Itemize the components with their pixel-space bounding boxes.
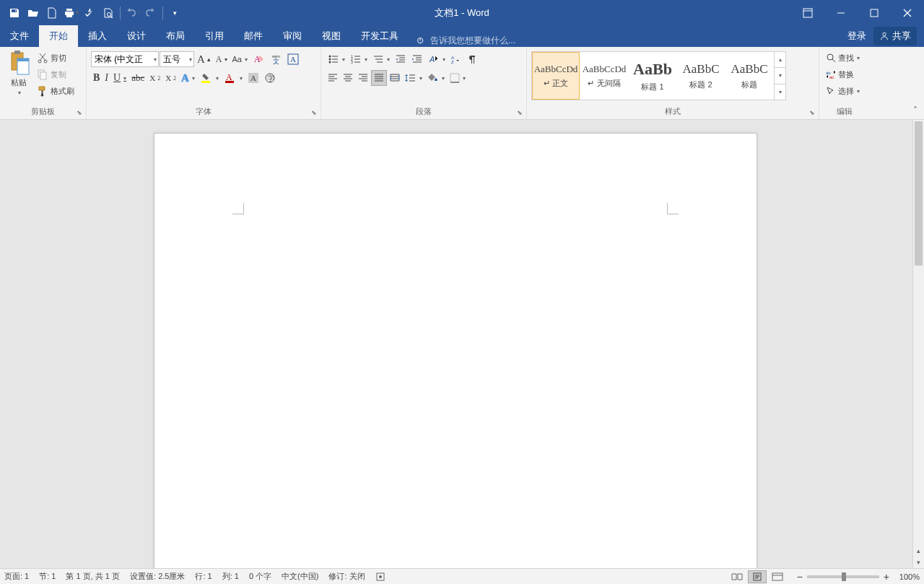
superscript-icon[interactable]: X2 bbox=[163, 70, 178, 86]
bold-icon[interactable]: B bbox=[91, 70, 102, 86]
status-line[interactable]: 行: 1 bbox=[195, 571, 212, 582]
underline-icon[interactable]: U▾ bbox=[111, 70, 128, 86]
tab-view[interactable]: 视图 bbox=[312, 25, 351, 47]
styles-dialog-launcher-icon[interactable]: ⬊ bbox=[807, 108, 817, 118]
align-center-icon[interactable] bbox=[341, 70, 355, 86]
preview-icon[interactable] bbox=[100, 4, 117, 22]
tab-insert[interactable]: 插入 bbox=[78, 25, 117, 47]
web-layout-icon[interactable] bbox=[768, 570, 787, 583]
show-marks-icon[interactable] bbox=[465, 51, 479, 67]
shading-icon[interactable]: ▾ bbox=[425, 70, 447, 86]
format-painter-button[interactable]: 格式刷 bbox=[35, 83, 77, 99]
enclose-char-icon[interactable]: 字 bbox=[262, 70, 278, 86]
justify-icon[interactable] bbox=[371, 70, 387, 86]
strikethrough-icon[interactable]: abc bbox=[129, 70, 147, 86]
italic-icon[interactable]: I bbox=[103, 70, 110, 86]
status-track[interactable]: 修订: 关闭 bbox=[328, 571, 365, 582]
undo-icon[interactable]: ▾ bbox=[123, 4, 141, 22]
char-shading-icon[interactable]: A bbox=[245, 70, 261, 86]
select-button[interactable]: 选择▾ bbox=[824, 83, 862, 99]
font-name-combo[interactable]: 宋体 (中文正▾ bbox=[91, 51, 159, 67]
tab-home[interactable]: 开始 bbox=[39, 25, 78, 47]
document-workspace[interactable] bbox=[0, 120, 912, 568]
minimize-icon[interactable] bbox=[824, 0, 858, 25]
save-icon[interactable] bbox=[6, 4, 23, 22]
clipboard-dialog-launcher-icon[interactable]: ⬊ bbox=[74, 108, 84, 118]
style-item[interactable]: AaBbC标题 bbox=[725, 52, 773, 100]
borders-icon[interactable]: ▾ bbox=[448, 70, 468, 86]
style-scroll-icon[interactable]: ▴ bbox=[775, 52, 785, 68]
style-item[interactable]: AaBb标题 1 bbox=[629, 52, 676, 100]
tell-me-search[interactable]: 告诉我您想要做什么... bbox=[416, 35, 515, 47]
subscript-icon[interactable]: X2 bbox=[147, 70, 162, 86]
status-pages[interactable]: 第 1 页, 共 1 页 bbox=[66, 571, 120, 582]
print-icon[interactable]: ▾ bbox=[62, 4, 79, 22]
tab-file[interactable]: 文件 bbox=[0, 25, 39, 47]
phonetic-guide-icon[interactable]: wén文 bbox=[269, 51, 284, 67]
text-effects-icon[interactable]: A▾ bbox=[179, 70, 197, 86]
replace-button[interactable]: abac替换 bbox=[824, 66, 856, 82]
status-page[interactable]: 页面: 1 bbox=[4, 571, 29, 582]
style-item[interactable]: AaBbCcDd↵ 正文 bbox=[532, 52, 580, 100]
tab-developer[interactable]: 开发工具 bbox=[351, 25, 409, 47]
paragraph-dialog-launcher-icon[interactable]: ⬊ bbox=[515, 108, 525, 118]
align-left-icon[interactable] bbox=[326, 70, 340, 86]
zoom-out-icon[interactable]: − bbox=[797, 571, 803, 583]
font-size-combo[interactable]: 五号▾ bbox=[160, 51, 194, 67]
copy-button[interactable]: 复制 bbox=[35, 66, 77, 82]
status-col[interactable]: 列: 1 bbox=[222, 571, 239, 582]
share-button[interactable]: 共享 bbox=[873, 27, 917, 45]
asian-layout-icon[interactable]: A▾ bbox=[426, 51, 448, 67]
status-words[interactable]: 0 个字 bbox=[249, 571, 271, 582]
distribute-icon[interactable] bbox=[388, 70, 402, 86]
char-border-icon[interactable]: A bbox=[285, 51, 301, 67]
find-button[interactable]: 查找▾ bbox=[824, 50, 862, 66]
zoom-slider[interactable] bbox=[807, 575, 879, 578]
status-position[interactable]: 设置值: 2.5厘米 bbox=[130, 571, 185, 582]
change-case-icon[interactable]: Aa▾ bbox=[230, 51, 250, 67]
open-icon[interactable] bbox=[25, 4, 42, 22]
clear-format-icon[interactable]: A bbox=[250, 51, 268, 67]
new-icon[interactable] bbox=[43, 4, 61, 22]
style-item[interactable]: AaBbCcDd↵ 无间隔 bbox=[580, 52, 628, 100]
document-page[interactable] bbox=[154, 133, 757, 568]
signin-button[interactable]: 登录 bbox=[847, 30, 866, 43]
increase-indent-icon[interactable] bbox=[409, 51, 425, 67]
font-color-icon[interactable]: A▾ bbox=[222, 70, 245, 86]
spellcheck-icon[interactable] bbox=[81, 4, 98, 22]
font-dialog-launcher-icon[interactable]: ⬊ bbox=[309, 108, 319, 118]
style-item[interactable]: AaBbC标题 2 bbox=[677, 52, 725, 100]
macro-record-icon[interactable] bbox=[375, 572, 385, 582]
shrink-font-icon[interactable]: A▾ bbox=[214, 51, 230, 67]
qat-customize-icon[interactable]: ▾ bbox=[166, 4, 183, 22]
scrollbar-thumb[interactable] bbox=[915, 121, 923, 266]
multilevel-list-icon[interactable]: ▾ bbox=[370, 51, 392, 67]
align-right-icon[interactable] bbox=[356, 70, 370, 86]
zoom-in-icon[interactable]: + bbox=[884, 571, 889, 583]
tab-mailings[interactable]: 邮件 bbox=[234, 25, 273, 47]
highlight-icon[interactable]: ▾ bbox=[198, 70, 221, 86]
tab-layout[interactable]: 布局 bbox=[156, 25, 195, 47]
sort-icon[interactable]: AZ bbox=[448, 51, 464, 67]
redo-icon[interactable] bbox=[142, 4, 160, 22]
tab-review[interactable]: 审阅 bbox=[273, 25, 312, 47]
bullets-icon[interactable]: ▾ bbox=[326, 51, 347, 67]
paste-button[interactable]: 粘贴▾ bbox=[3, 48, 35, 97]
vertical-scrollbar[interactable]: ▴ ▾ bbox=[912, 120, 924, 568]
close-icon[interactable] bbox=[891, 0, 924, 25]
status-lang[interactable]: 中文(中国) bbox=[282, 571, 318, 582]
numbering-icon[interactable]: 123▾ bbox=[348, 51, 370, 67]
maximize-icon[interactable] bbox=[858, 0, 891, 25]
style-more-icon[interactable]: ▾ bbox=[775, 84, 785, 100]
tab-design[interactable]: 设计 bbox=[117, 25, 156, 47]
cut-button[interactable]: 剪切 bbox=[35, 50, 77, 66]
print-layout-icon[interactable] bbox=[748, 570, 767, 583]
scroll-down-icon[interactable]: ▾ bbox=[913, 557, 924, 568]
decrease-indent-icon[interactable] bbox=[393, 51, 409, 67]
collapse-ribbon-icon[interactable]: ˄ bbox=[910, 105, 921, 116]
scroll-up-icon[interactable]: ▴ bbox=[913, 545, 924, 557]
ribbon-display-icon[interactable] bbox=[791, 0, 824, 25]
zoom-level[interactable]: 100% bbox=[894, 572, 920, 581]
grow-font-icon[interactable]: A▴ bbox=[195, 51, 213, 67]
line-spacing-icon[interactable]: ▾ bbox=[403, 70, 424, 86]
